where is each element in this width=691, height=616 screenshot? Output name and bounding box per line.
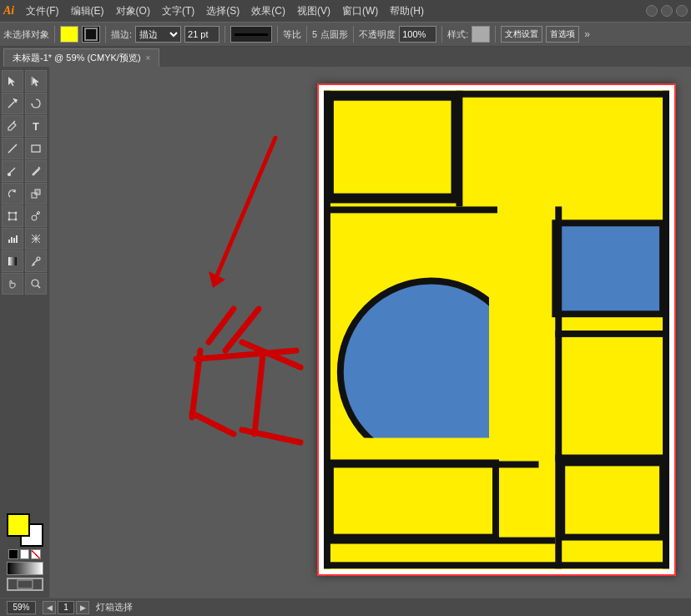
main-area: T	[0, 67, 691, 598]
status-mode-label: 灯箱选择	[96, 601, 133, 613]
none-swatch[interactable]	[31, 549, 41, 559]
svg-rect-21	[16, 235, 18, 243]
gradient-bar[interactable]	[7, 562, 43, 575]
shape-label: 点圆形	[320, 28, 348, 41]
svg-rect-45	[330, 197, 461, 204]
prefs-btn[interactable]: 首选项	[546, 26, 579, 43]
toolbox: T	[0, 67, 50, 598]
rectangle-tool[interactable]	[25, 138, 47, 159]
fill-color-swatch[interactable]	[60, 26, 78, 43]
tab-close-btn[interactable]: ×	[146, 53, 151, 63]
pencil-tool[interactable]	[25, 160, 47, 182]
white-swatch[interactable]	[20, 549, 30, 559]
svg-line-37	[192, 351, 200, 417]
rotate-tool[interactable]	[2, 183, 23, 204]
svg-rect-31	[18, 580, 33, 588]
svg-line-38	[192, 413, 234, 434]
magic-wand-tool[interactable]	[2, 93, 23, 114]
tool-row-7	[2, 205, 48, 227]
svg-line-30	[38, 285, 40, 288]
svg-rect-18	[8, 240, 10, 243]
svg-line-0	[8, 102, 14, 108]
eyedropper-tool[interactable]	[25, 250, 47, 272]
svg-point-15	[15, 219, 17, 220]
mesh-tool[interactable]	[25, 228, 47, 250]
svg-line-40	[255, 355, 263, 434]
minimize-btn[interactable]	[646, 5, 658, 17]
scale-tool[interactable]	[25, 183, 47, 204]
svg-rect-46	[555, 223, 663, 314]
lasso-tool[interactable]	[25, 93, 47, 114]
zoom-input[interactable]	[7, 601, 36, 614]
menu-select[interactable]: 选择(S)	[201, 3, 245, 20]
zoom-control	[7, 601, 36, 614]
status-bar: ◀ ▶ 灯箱选择	[0, 598, 691, 616]
page-input[interactable]	[58, 601, 74, 614]
symbol-sprayer-tool[interactable]	[25, 205, 47, 227]
artwork-inner	[324, 90, 669, 569]
maximize-btn[interactable]	[661, 5, 673, 17]
tool-row-10	[2, 273, 48, 295]
svg-rect-59	[555, 331, 669, 337]
doc-settings-btn[interactable]: 文档设置	[501, 26, 542, 43]
menu-view[interactable]: 视图(V)	[292, 3, 335, 20]
app-logo: Ai	[3, 4, 14, 18]
tool-row-2	[2, 93, 48, 114]
svg-rect-26	[8, 257, 17, 265]
toolbox-colors	[2, 510, 48, 594]
hand-tool[interactable]	[2, 273, 23, 295]
svg-point-7	[8, 174, 11, 176]
canvas-area	[50, 67, 691, 598]
stroke-style-select[interactable]: 描边	[135, 26, 181, 43]
menu-bar: Ai 文件(F) 编辑(E) 对象(O) 文字(T) 选择(S) 效果(C) 视…	[0, 0, 691, 22]
paintbrush-tool[interactable]	[2, 160, 23, 182]
zoom-tool[interactable]	[25, 273, 47, 295]
svg-rect-53	[456, 91, 462, 207]
svg-rect-54	[324, 206, 497, 213]
close-btn[interactable]	[676, 5, 688, 17]
free-transform-tool[interactable]	[2, 205, 23, 227]
page-nav: ◀ ▶	[43, 601, 89, 614]
artwork-svg	[324, 90, 669, 569]
no-selection-label: 未选择对象	[3, 28, 49, 41]
artwork-canvas	[317, 83, 676, 576]
ratio-label: 等比	[283, 28, 301, 41]
prev-page-btn[interactable]: ◀	[43, 601, 56, 614]
menu-file[interactable]: 文件(F)	[21, 3, 63, 20]
svg-rect-11	[9, 213, 16, 220]
stroke-width-input[interactable]	[184, 26, 219, 43]
next-page-btn[interactable]: ▶	[76, 601, 89, 614]
tab-bar: 未标题-1* @ 59% (CMYK/预览) ×	[0, 47, 691, 67]
document-tab[interactable]: 未标题-1* @ 59% (CMYK/预览) ×	[3, 48, 159, 67]
type-tool[interactable]: T	[25, 115, 47, 137]
prefs-arrow: »	[584, 28, 590, 40]
svg-rect-58	[555, 206, 562, 568]
svg-point-13	[15, 212, 17, 214]
svg-line-39	[242, 342, 300, 367]
column-graph-tool[interactable]	[2, 228, 23, 250]
opacity-input[interactable]	[399, 26, 436, 43]
tab-label: 未标题-1* @ 59% (CMYK/预览)	[13, 52, 141, 64]
black-swatch[interactable]	[8, 549, 18, 559]
selection-tool[interactable]	[2, 70, 23, 92]
tool-row-4	[2, 138, 48, 159]
pen-tool[interactable]	[2, 115, 23, 137]
menu-window[interactable]: 窗口(W)	[337, 3, 383, 20]
svg-rect-56	[324, 461, 539, 467]
line-tool[interactable]	[2, 138, 23, 159]
style-swatch[interactable]	[472, 26, 490, 43]
stroke-line-preview	[230, 26, 272, 43]
menu-object[interactable]: 对象(O)	[111, 3, 155, 20]
menu-edit[interactable]: 编辑(E)	[66, 3, 109, 20]
svg-marker-33	[209, 271, 225, 288]
frame-icon[interactable]	[7, 578, 43, 591]
stroke-color-swatch[interactable]	[82, 26, 100, 43]
foreground-color[interactable]	[7, 513, 30, 537]
menu-text[interactable]: 文字(T)	[157, 3, 199, 20]
menu-effect[interactable]: 效果(C)	[246, 3, 290, 20]
menu-help[interactable]: 帮助(H)	[385, 3, 429, 20]
gradient-tool[interactable]	[2, 250, 23, 272]
svg-rect-6	[32, 145, 40, 152]
tool-row-8	[2, 228, 48, 250]
direct-selection-tool[interactable]	[25, 70, 47, 92]
